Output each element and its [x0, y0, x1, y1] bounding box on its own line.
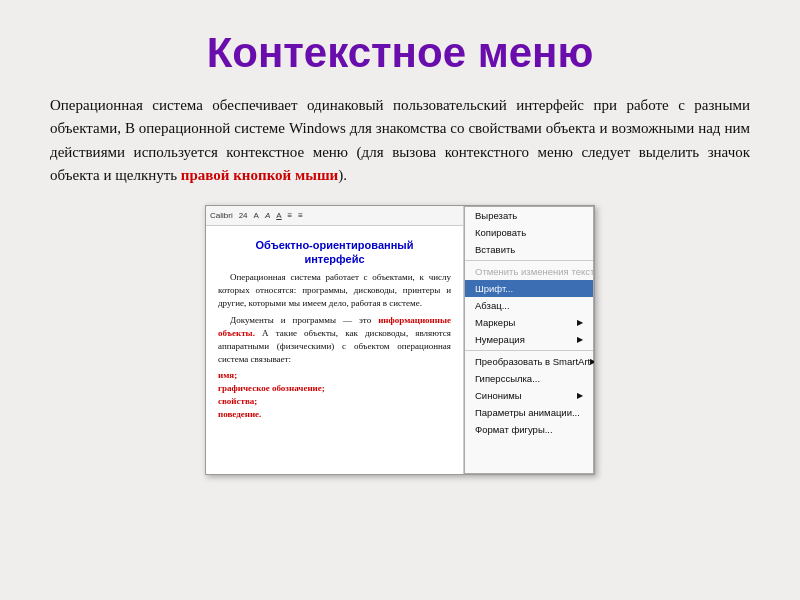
- doc-list-item-3: свойства;: [218, 395, 451, 408]
- toolbar-align2: ≡: [298, 211, 303, 220]
- screenshot-container: Calibri 24 A A A ≡ ≡ Объектно-ориентиров…: [50, 205, 750, 475]
- menu-item[interactable]: Маркеры▶: [465, 314, 593, 331]
- menu-item-arrow: ▶: [577, 335, 583, 344]
- doc-content: Объектно-ориентированный интерфейс Опера…: [218, 238, 451, 421]
- menu-item-label: Параметры анимации...: [475, 407, 580, 418]
- slide-title: Контекстное меню: [50, 30, 750, 76]
- toolbar-align: ≡: [288, 211, 293, 220]
- font-name: Calibri: [210, 211, 233, 220]
- body-text: Операционная система обеспечивает одинак…: [50, 94, 750, 187]
- menu-item[interactable]: Нумерация▶: [465, 331, 593, 348]
- menu-item[interactable]: Абзац...: [465, 297, 593, 314]
- menu-item-label: Вставить: [475, 244, 515, 255]
- menu-item-label: Формат фигуры...: [475, 424, 553, 435]
- menu-item[interactable]: Синонимы▶: [465, 387, 593, 404]
- doc-title: Объектно-ориентированный интерфейс: [218, 238, 451, 267]
- doc-list-item-4: поведение.: [218, 408, 451, 421]
- toolbar-bold: A: [254, 211, 259, 220]
- menu-item-label: Гиперссылка...: [475, 373, 540, 384]
- menu-item-label: Нумерация: [475, 334, 525, 345]
- body-text-part1: Операционная система обеспечивает одинак…: [50, 97, 750, 183]
- menu-item-arrow: ▶: [577, 391, 583, 400]
- menu-item[interactable]: Гиперссылка...: [465, 370, 593, 387]
- menu-item-label: Вырезать: [475, 210, 517, 221]
- toolbar-underline: A: [276, 211, 281, 220]
- menu-item-label: Абзац...: [475, 300, 510, 311]
- menu-item[interactable]: Преобразовать в SmartArt▶: [465, 353, 593, 370]
- doc-paragraph-1: Операционная система работает с объектам…: [218, 271, 451, 310]
- doc-toolbar: Calibri 24 A A A ≡ ≡: [206, 206, 463, 226]
- menu-item-label: Маркеры: [475, 317, 515, 328]
- context-menu[interactable]: ВырезатьКопироватьВставитьОтменить измен…: [464, 206, 594, 474]
- font-size: 24: [239, 211, 248, 220]
- body-text-highlight: правой кнопкой мыши: [181, 167, 338, 183]
- menu-item-arrow: ▶: [577, 318, 583, 327]
- menu-item-label: Шрифт...: [475, 283, 513, 294]
- menu-item-label: Синонимы: [475, 390, 522, 401]
- toolbar-italic: A: [265, 211, 270, 220]
- menu-separator: [465, 260, 593, 261]
- document-area: Calibri 24 A A A ≡ ≡ Объектно-ориентиров…: [206, 206, 464, 474]
- menu-item-label: Копировать: [475, 227, 526, 238]
- menu-item[interactable]: Шрифт...: [465, 280, 593, 297]
- slide: Контекстное меню Операционная система об…: [0, 0, 800, 600]
- menu-item-arrow: ▶: [590, 357, 595, 366]
- doc-list-item-2: графическое обозначение;: [218, 382, 451, 395]
- doc-list: имя; графическое обозначение; свойства; …: [218, 369, 451, 421]
- menu-item-label: Отменить изменения текста: [475, 266, 595, 277]
- menu-item[interactable]: Отменить изменения текста: [465, 263, 593, 280]
- doc-paragraph-2: Документы и программы — это информационн…: [218, 314, 451, 366]
- menu-item[interactable]: Вставить: [465, 241, 593, 258]
- body-text-part2: ).: [338, 167, 347, 183]
- menu-separator: [465, 350, 593, 351]
- menu-item-label: Преобразовать в SmartArt: [475, 356, 590, 367]
- menu-item[interactable]: Параметры анимации...: [465, 404, 593, 421]
- ms-word-window: Calibri 24 A A A ≡ ≡ Объектно-ориентиров…: [205, 205, 595, 475]
- menu-item[interactable]: Вырезать: [465, 207, 593, 224]
- menu-item[interactable]: Копировать: [465, 224, 593, 241]
- menu-item[interactable]: Формат фигуры...: [465, 421, 593, 438]
- doc-list-item-1: имя;: [218, 369, 451, 382]
